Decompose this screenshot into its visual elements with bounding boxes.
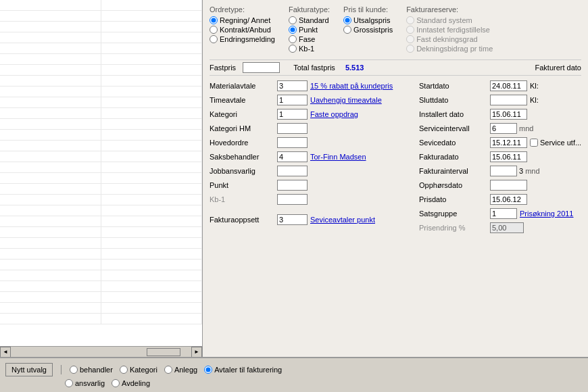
prisdato-label: Prisdato [419,195,490,203]
left-panel: ◄ ► [0,0,203,357]
punkt-label: Punkt [210,181,277,189]
prisendring-label: Prisendring % [419,224,490,232]
fastpris-input[interactable] [243,62,280,73]
radio-avdeling[interactable]: Avdeling [112,379,150,387]
grid-row [0,151,202,162]
grid-row [0,0,202,11]
fakturaoppsett-input[interactable] [277,214,308,225]
radio-kb1[interactable]: Kb-1 [289,45,330,53]
hovedordre-label: Hovedordre [210,139,277,147]
field-kb1: Kb-1 [210,193,406,205]
radio-kategori-bottom[interactable]: Kategori [120,366,157,374]
startdato-label: Startdato [419,82,490,90]
satsgruppe-input[interactable] [490,208,517,219]
bottom-bar-row2: ansvarlig Avdeling [5,379,583,387]
sluttdato-label: Sluttdato [419,96,490,104]
field-kategori-hm: Kategori HM [210,122,406,134]
field-prisendring: Prisendring % [419,222,581,234]
radio-punkt[interactable]: Punkt [289,26,330,34]
fakturert-dato-label: Fakturert dato [535,64,581,72]
radio-kontrakt-anbud[interactable]: Kontrakt/Anbud [210,26,275,34]
fakturainterval-input[interactable] [490,166,517,176]
prisendring-input[interactable] [490,222,524,233]
startdato-kl-label: Kl: [530,82,588,90]
grid-row [0,141,202,151]
grid-row [0,227,202,238]
grid-row [0,54,202,65]
main-container: ◄ ► Ordretype: Regning/ Annet [0,0,588,392]
sluttdato-kl-label: Kl: [530,96,588,104]
grid-row [0,130,202,141]
field-startdato: Startdato Kl: [419,80,581,92]
materialavtale-input[interactable] [277,80,308,91]
field-fakturainterval: Fakturainterval 3 mnd [419,165,581,177]
saksbehandler-label: Saksbehandler [210,153,277,161]
fakturainterval-label: Fakturainterval [419,167,490,175]
grid-row [0,108,202,119]
hovedordre-input[interactable] [277,137,308,148]
startdato-input[interactable] [490,80,527,91]
kategori-input[interactable] [277,109,308,120]
sevicedato-label: Sevicedato [419,139,490,147]
left-panel-grid [0,0,202,343]
nytt-utvalg-button[interactable]: Nytt utvalg [5,363,53,376]
radio-avtaler-fakturering[interactable]: Avtaler til fakturering [204,366,282,374]
radio-endringsmelding[interactable]: Endringsmelding [210,35,275,43]
fakturatype-label: Fakturatype: [289,5,330,14]
field-opphørsdato: Opphørsdato [419,179,581,191]
materialavtale-label: Materialavtale [210,82,277,90]
grid-row [0,205,202,216]
scroll-left-arrow[interactable]: ◄ [0,347,11,358]
opphørsdato-input[interactable] [490,180,527,191]
installert-dato-label: Installert dato [419,110,490,118]
sluttdato-input[interactable] [490,95,527,105]
radio-grossistpris[interactable]: Grossistpris [343,26,393,34]
total-fastpris-value: 5.513 [345,64,364,72]
installert-dato-input[interactable] [490,109,527,120]
saksbehandler-link[interactable]: Tor-Finn Madsen [310,153,366,161]
grid-row [0,65,202,76]
scroll-right-arrow[interactable]: ► [191,347,202,358]
satsgruppe-label: Satsgruppe [419,210,490,218]
radio-fase[interactable]: Fase [289,35,330,43]
serviceintervall-input[interactable] [490,123,517,134]
field-saksbehandler: Saksbehandler Tor-Finn Madsen [210,151,406,163]
kb1-input[interactable] [277,194,308,205]
kategori-hm-input[interactable] [277,123,308,134]
fakturaoppsett-link[interactable]: Seviceavtaler punkt [310,216,375,224]
radio-standard[interactable]: Standard [289,16,330,24]
field-fakturadato: Fakturadato [419,151,581,163]
timeavtale-input[interactable] [277,95,308,105]
opphørsdato-label: Opphørsdato [419,181,490,189]
field-sevicedato: Sevicedato Service utf... [419,137,581,149]
service-utf-checkbox-label[interactable]: Service utf... [530,139,581,147]
right-panel: Ordretype: Regning/ Annet Kontrakt/Anbud… [203,0,588,357]
kategori-label: Kategori [210,110,277,118]
radio-regning-annet[interactable]: Regning/ Annet [210,16,275,24]
pristilkunde-group: Pris til kunde: Utsalgspris Grossistpris [343,5,393,53]
field-hovedordre: Hovedordre [210,137,406,149]
radio-fast-dekningsgrad: Fast dekningsgrad [406,35,493,43]
field-installert-dato: Installert dato [419,108,581,120]
radio-ansvarlig[interactable]: ansvarlig [65,379,105,387]
satsgruppe-link[interactable]: Prisøkning 2011 [520,210,574,218]
prisdato-input[interactable] [490,194,527,205]
grid-row [0,314,202,324]
jobbansvarlig-input[interactable] [277,166,308,176]
timeavtale-link[interactable]: Uavhengig timeavtale [310,96,382,104]
punkt-input[interactable] [277,180,308,191]
saksbehandler-input[interactable] [277,151,308,162]
fakturareserve-label: Fakturareserve: [406,5,493,14]
sevicedato-input[interactable] [490,137,527,148]
kategori-link[interactable]: Faste oppdrag [310,110,358,118]
horizontal-scrollbar[interactable]: ◄ ► [0,346,202,357]
service-utf-checkbox[interactable] [530,139,538,147]
scroll-thumb[interactable] [147,348,180,356]
grid-row [0,87,202,97]
radio-behandler[interactable]: behandler [70,366,113,374]
materialavtale-link[interactable]: 15 % rabatt på kundepris [310,82,393,90]
radio-utsalgspris[interactable]: Utsalgspris [343,16,393,24]
fastpris-label: Fastpris [210,64,236,72]
fakturadato-input[interactable] [490,151,527,162]
radio-anlegg[interactable]: Anlegg [164,366,197,374]
